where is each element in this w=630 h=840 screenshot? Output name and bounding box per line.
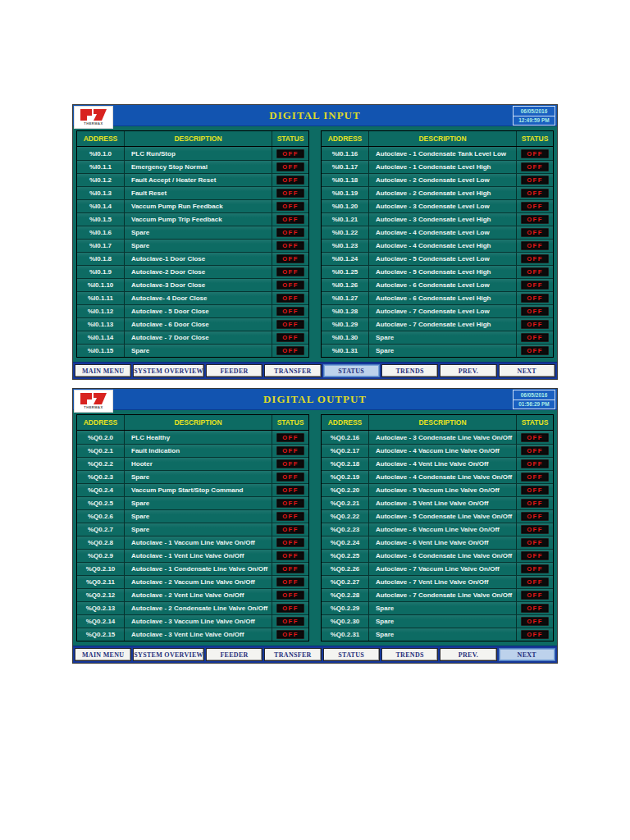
table-header: ADDRESS DESCRIPTION STATUS	[77, 415, 308, 431]
address-cell: %Q0.2.17	[322, 445, 369, 457]
status-badge: OFF	[521, 176, 549, 185]
status-cell: OFF	[272, 161, 308, 173]
description-cell: Autoclave - 1 Condensate Level High	[369, 161, 517, 173]
nav-button-main-menu[interactable]: MAIN MENU	[75, 364, 131, 377]
status-cell: OFF	[517, 484, 553, 496]
date-display: 06/05/2016	[514, 107, 555, 116]
status-cell: OFF	[517, 253, 553, 265]
nav-button-system-overview[interactable]: SYSTEM OVERVIEW	[133, 648, 203, 661]
description-cell: Autoclave-1 Door Close	[125, 253, 272, 265]
table-row: %I0.1.1 Emergency Stop Normal OFF	[77, 160, 308, 173]
nav-button-transfer[interactable]: TRANSFER	[264, 648, 321, 661]
table-row: %I0.1.12 Autoclave - 5 Door Close OFF	[77, 304, 308, 317]
description-cell: Autoclave - 4 Condensate Level High	[369, 240, 517, 252]
address-cell: %Q0.2.8	[77, 536, 125, 549]
status-cell: OFF	[517, 161, 553, 173]
status-badge: OFF	[521, 617, 549, 626]
address-cell: %I0.1.13	[77, 318, 125, 331]
status-badge: OFF	[521, 162, 549, 171]
nav-button-next[interactable]: NEXT	[499, 648, 555, 661]
status-cell: OFF	[272, 292, 308, 304]
table-row: %I0.1.28 Autoclave - 7 Condensate Level …	[322, 304, 553, 317]
table-row: %I0.1.24 Autoclave - 5 Condensate Level …	[322, 252, 553, 265]
description-cell: Autoclave-3 Door Close	[125, 279, 272, 291]
status-badge: OFF	[276, 433, 304, 442]
nav-button-system-overview[interactable]: SYSTEM OVERVIEW	[133, 364, 203, 377]
address-cell: %I0.1.12	[77, 305, 125, 317]
description-cell: Autoclave - 7 Condensate Level Low	[369, 305, 517, 317]
status-cell: OFF	[517, 458, 553, 470]
status-cell: OFF	[272, 471, 308, 483]
description-cell: Autoclave - 7 Condensate Line Valve On/O…	[369, 589, 517, 601]
status-badge: OFF	[276, 294, 304, 303]
status-cell: OFF	[272, 576, 308, 588]
table-row: %I0.1.18 Autoclave - 2 Condensate Level …	[322, 173, 553, 186]
address-cell: %Q0.2.24	[322, 536, 369, 549]
table-row: %I0.1.11 Autoclave- 4 Door Close OFF	[77, 291, 308, 304]
description-cell: Spare	[369, 615, 517, 628]
status-badge: OFF	[521, 630, 549, 639]
status-badge: OFF	[521, 267, 549, 276]
nav-button-main-menu[interactable]: MAIN MENU	[75, 648, 131, 661]
table-row: %Q0.2.28 Autoclave - 7 Condensate Line V…	[322, 588, 553, 601]
status-cell: OFF	[272, 563, 308, 575]
thermax-logo-mark	[80, 392, 107, 405]
table-header: ADDRESS DESCRIPTION STATUS	[322, 131, 553, 147]
datetime-display: 06/05/2016 01:56:29 PM	[513, 390, 555, 409]
address-cell: %Q0.2.23	[322, 523, 369, 536]
description-cell: Autoclave - 6 Condensate Line Valve On/O…	[369, 550, 517, 562]
status-cell: OFF	[517, 471, 553, 483]
nav-button-next[interactable]: NEXT	[499, 364, 555, 377]
address-cell: %Q0.2.30	[322, 615, 369, 628]
description-cell: Autoclave- 4 Door Close	[125, 292, 272, 304]
status-cell: OFF	[517, 226, 553, 239]
status-badge: OFF	[521, 294, 549, 303]
status-badge: OFF	[521, 604, 549, 613]
nav-button-prev[interactable]: PREV.	[440, 364, 496, 377]
table-row: %Q0.2.25 Autoclave - 6 Condensate Line V…	[322, 549, 553, 562]
nav-button-feeder[interactable]: FEEDER	[206, 364, 262, 377]
thermax-logo-mark	[80, 108, 107, 121]
nav-button-status[interactable]: STATUS	[323, 364, 380, 377]
address-cell: %Q0.2.18	[322, 458, 369, 470]
table-row: %Q0.2.2 Hooter OFF	[77, 457, 308, 470]
status-cell: OFF	[272, 345, 308, 357]
address-cell: %I0.1.26	[322, 279, 369, 291]
status-cell: OFF	[517, 576, 553, 588]
status-badge: OFF	[521, 215, 549, 224]
table-row: %Q0.2.1 Fault Indication OFF	[77, 444, 308, 457]
nav-button-prev[interactable]: PREV.	[440, 648, 496, 661]
description-cell: Autoclave - 6 Door Close	[125, 318, 272, 331]
status-badge: OFF	[276, 538, 304, 547]
nav-button-feeder[interactable]: FEEDER	[206, 648, 262, 661]
table-row: %I0.1.14 Autoclave - 7 Door Close OFF	[77, 331, 308, 344]
address-cell: %Q0.2.13	[77, 602, 125, 614]
table-row: %I0.1.27 Autoclave - 6 Condensate Level …	[322, 291, 553, 304]
status-badge: OFF	[521, 486, 549, 495]
status-cell: OFF	[272, 240, 308, 252]
nav-button-trends[interactable]: TRENDS	[381, 364, 438, 377]
nav-button-status[interactable]: STATUS	[323, 648, 380, 661]
nav-button-trends[interactable]: TRENDS	[381, 648, 438, 661]
description-cell: Autoclave - 7 Vent Line Valve On/Off	[369, 576, 517, 588]
status-badge: OFF	[276, 446, 304, 455]
table-row: %I0.1.23 Autoclave - 4 Condensate Level …	[322, 239, 553, 252]
address-cell: %I0.1.31	[322, 345, 369, 357]
table-row: %Q0.2.31 Spare OFF	[322, 628, 553, 641]
status-cell: OFF	[272, 523, 308, 536]
status-badge: OFF	[276, 525, 304, 534]
nav-button-transfer[interactable]: TRANSFER	[264, 364, 321, 377]
table-row: %Q0.2.24 Autoclave - 6 Vent Line Valve O…	[322, 536, 553, 549]
description-cell: Autoclave - 5 Condensate Line Valve On/O…	[369, 510, 517, 523]
status-cell: OFF	[517, 445, 553, 457]
status-badge: OFF	[276, 228, 304, 237]
description-cell: Autoclave - 7 Vaccum Line Valve On/Off	[369, 563, 517, 575]
address-cell: %I0.1.7	[77, 240, 125, 252]
address-cell: %Q0.2.12	[77, 589, 125, 601]
table-row: %I0.1.20 Autoclave - 3 Condensate Level …	[322, 199, 553, 212]
table-row: %Q0.2.18 Autoclave - 4 Vent Line Valve O…	[322, 457, 553, 470]
status-badge: OFF	[276, 307, 304, 316]
table-row: %Q0.2.23 Autoclave - 6 Vaccum Line Valve…	[322, 523, 553, 536]
status-badge: OFF	[276, 604, 304, 613]
description-cell: Spare	[125, 240, 272, 252]
